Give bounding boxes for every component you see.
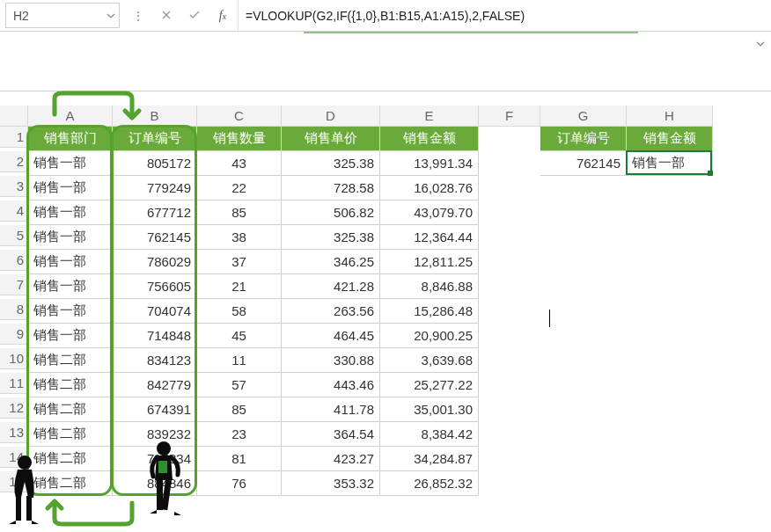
row-header-12[interactable]: 12 (0, 397, 28, 419)
row-header-9[interactable]: 9 (0, 324, 28, 345)
cell-B15[interactable]: 884846 (113, 471, 197, 496)
cell-B10[interactable]: 834123 (113, 348, 197, 373)
cell-A4[interactable]: 销售一部 (28, 200, 113, 225)
cell-A15[interactable]: 销售二部 (28, 471, 113, 496)
worksheet-grid[interactable]: ABCDEFGH1销售部门订单编号销售数量销售单价销售金额订单编号销售金额2销售… (0, 106, 713, 496)
cell-G10[interactable] (540, 348, 627, 373)
cell-G15[interactable] (540, 471, 627, 496)
cell-C1[interactable]: 销售数量 (197, 127, 282, 151)
cell-H7[interactable] (627, 274, 713, 299)
cell-D2[interactable]: 325.38 (282, 151, 380, 176)
cancel-icon[interactable] (158, 9, 174, 23)
cell-D1[interactable]: 销售单价 (282, 127, 380, 151)
cell-H10[interactable] (627, 348, 713, 373)
cell-D12[interactable]: 411.78 (282, 397, 380, 422)
cell-A10[interactable]: 销售二部 (28, 348, 113, 373)
cell-C13[interactable]: 23 (197, 422, 282, 447)
cell-D4[interactable]: 506.82 (282, 200, 380, 225)
cell-B5[interactable]: 762145 (113, 225, 197, 250)
cell-E15[interactable]: 26,852.32 (380, 471, 479, 496)
cell-H8[interactable] (627, 299, 713, 324)
cell-G11[interactable] (540, 373, 627, 397)
cell-A11[interactable]: 销售二部 (28, 373, 113, 397)
cell-D7[interactable]: 421.28 (282, 274, 380, 299)
cell-C5[interactable]: 38 (197, 225, 282, 250)
cell-D13[interactable]: 364.54 (282, 422, 380, 447)
cell-C9[interactable]: 45 (197, 324, 282, 348)
cell-E8[interactable]: 15,286.48 (380, 299, 479, 324)
cell-C4[interactable]: 85 (197, 200, 282, 225)
col-header-E[interactable]: E (380, 106, 479, 127)
confirm-icon[interactable] (187, 9, 202, 23)
cell-A12[interactable]: 销售二部 (28, 397, 113, 422)
name-box[interactable] (5, 3, 120, 28)
cell-C3[interactable]: 22 (197, 176, 282, 200)
cell-F11[interactable] (479, 373, 540, 397)
col-header-F[interactable]: F (479, 106, 540, 127)
cell-D6[interactable]: 346.25 (282, 250, 380, 274)
cell-A5[interactable]: 销售一部 (28, 225, 113, 250)
cell-A9[interactable]: 销售一部 (28, 324, 113, 348)
cell-F15[interactable] (479, 471, 540, 496)
cell-C12[interactable]: 85 (197, 397, 282, 422)
row-header-11[interactable]: 11 (0, 373, 28, 394)
cell-F5[interactable] (479, 225, 540, 250)
cell-H12[interactable] (627, 397, 713, 422)
cell-B12[interactable]: 674391 (113, 397, 197, 422)
cell-G2[interactable]: 762145 (540, 151, 627, 176)
cell-H4[interactable] (627, 200, 713, 225)
row-header-5[interactable]: 5 (0, 225, 28, 246)
col-header-H[interactable]: H (627, 106, 713, 127)
cell-G6[interactable] (540, 250, 627, 274)
cell-F7[interactable] (479, 274, 540, 299)
cell-D9[interactable]: 464.45 (282, 324, 380, 348)
cell-B2[interactable]: 805172 (113, 151, 197, 176)
cell-H13[interactable] (627, 422, 713, 447)
row-header-13[interactable]: 13 (0, 422, 28, 443)
cell-F12[interactable] (479, 397, 540, 422)
cell-G5[interactable] (540, 225, 627, 250)
cell-G3[interactable] (540, 176, 627, 200)
row-header-10[interactable]: 10 (0, 348, 28, 369)
cell-D5[interactable]: 325.38 (282, 225, 380, 250)
cell-F3[interactable] (479, 176, 540, 200)
cell-C10[interactable]: 11 (197, 348, 282, 373)
cell-H14[interactable] (627, 447, 713, 471)
col-header-C[interactable]: C (197, 106, 282, 127)
cell-C7[interactable]: 21 (197, 274, 282, 299)
select-all-corner[interactable] (0, 106, 28, 127)
cell-H11[interactable] (627, 373, 713, 397)
cell-B7[interactable]: 756605 (113, 274, 197, 299)
row-header-3[interactable]: 3 (0, 176, 28, 197)
col-header-B[interactable]: B (113, 106, 197, 127)
col-header-G[interactable]: G (540, 106, 627, 127)
name-box-input[interactable] (11, 8, 114, 24)
cell-H2[interactable]: 销售一部 (627, 151, 713, 176)
cell-C6[interactable]: 37 (197, 250, 282, 274)
cell-G8[interactable] (540, 299, 627, 324)
cell-D14[interactable]: 423.27 (282, 447, 380, 471)
cell-B11[interactable]: 842779 (113, 373, 197, 397)
cell-F8[interactable] (479, 299, 540, 324)
cell-F1[interactable] (479, 127, 540, 151)
cell-B8[interactable]: 704074 (113, 299, 197, 324)
cell-H15[interactable] (627, 471, 713, 496)
cell-A2[interactable]: 销售一部 (28, 151, 113, 176)
cell-D3[interactable]: 728.58 (282, 176, 380, 200)
cell-E14[interactable]: 34,284.87 (380, 447, 479, 471)
cell-E9[interactable]: 20,900.25 (380, 324, 479, 348)
cell-H5[interactable] (627, 225, 713, 250)
row-header-8[interactable]: 8 (0, 299, 28, 320)
row-header-1[interactable]: 1 (0, 127, 28, 148)
cell-E4[interactable]: 43,079.70 (380, 200, 479, 225)
cell-E7[interactable]: 8,846.88 (380, 274, 479, 299)
cell-E10[interactable]: 3,639.68 (380, 348, 479, 373)
cell-F13[interactable] (479, 422, 540, 447)
cell-H1[interactable]: 销售金额 (627, 127, 713, 151)
cell-E11[interactable]: 25,277.22 (380, 373, 479, 397)
cell-F14[interactable] (479, 447, 540, 471)
cell-E13[interactable]: 8,384.42 (380, 422, 479, 447)
row-header-14[interactable]: 14 (0, 447, 28, 468)
cell-A7[interactable]: 销售一部 (28, 274, 113, 299)
cell-G13[interactable] (540, 422, 627, 447)
